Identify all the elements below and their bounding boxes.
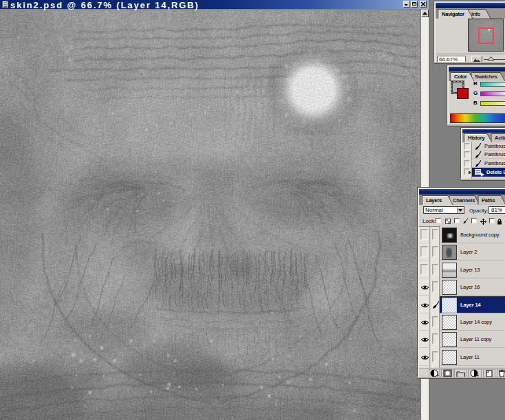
svg-text:Color: Color	[454, 74, 467, 80]
svg-text:History: History	[468, 135, 485, 141]
svg-text:Channels: Channels	[453, 197, 475, 203]
svg-text:Navigator: Navigator	[442, 11, 464, 17]
svg-text:Paths: Paths	[482, 197, 495, 203]
svg-text:Info: Info	[471, 11, 481, 17]
svg-text:Layers: Layers	[426, 197, 442, 203]
svg-text:Swatches: Swatches	[475, 74, 497, 80]
svg-text:Actions: Actions	[495, 135, 505, 141]
